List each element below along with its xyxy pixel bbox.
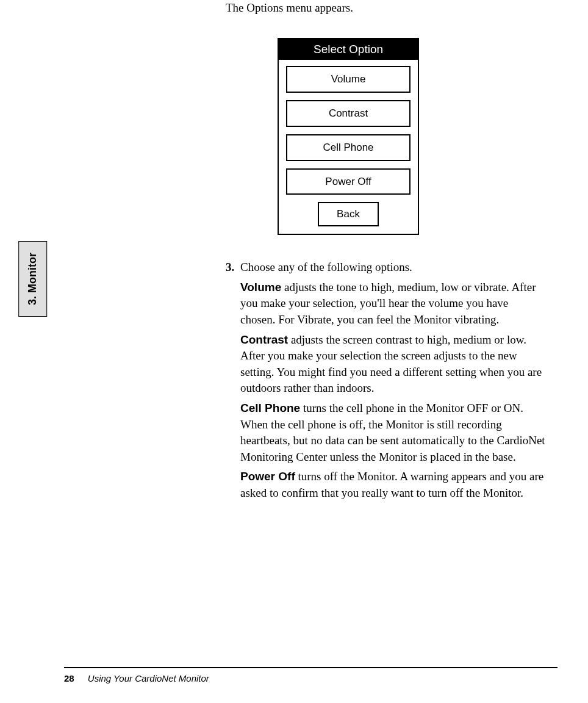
term-power-off: Power Off — [240, 470, 295, 483]
page-footer: 28 Using Your CardioNet Monitor — [64, 667, 558, 685]
desc-volume: adjusts the tone to high, medium, low or… — [240, 281, 536, 326]
step-lead-text: Choose any of the following options. — [240, 259, 545, 276]
options-menu-screenshot: Select Option Volume Contrast Cell Phone… — [278, 38, 419, 236]
step-3: 3. Choose any of the following options. — [226, 259, 545, 276]
screen-title-bar: Select Option — [279, 39, 418, 60]
page-number: 28 — [64, 673, 74, 683]
option-cell-phone-button[interactable]: Cell Phone — [286, 134, 411, 161]
option-contrast-button[interactable]: Contrast — [286, 100, 411, 127]
chapter-tab: 3. Monitor — [18, 241, 47, 317]
term-cell-phone: Cell Phone — [240, 402, 300, 414]
option-power-off-button[interactable]: Power Off — [286, 168, 411, 195]
paragraph-contrast: Contrast adjusts the screen contrast to … — [240, 332, 545, 397]
term-contrast: Contrast — [240, 333, 288, 346]
paragraph-power-off: Power Off turns off the Monitor. A warni… — [240, 469, 545, 501]
main-content: The Options menu appears. Select Option … — [226, 0, 545, 501]
step-number: 3. — [226, 259, 237, 276]
back-button[interactable]: Back — [318, 202, 379, 226]
footer-title: Using Your CardioNet Monitor — [88, 673, 209, 683]
intro-text: The Options menu appears. — [226, 0, 545, 16]
option-volume-button[interactable]: Volume — [286, 66, 411, 93]
paragraph-cell-phone: Cell Phone turns the cell phone in the M… — [240, 400, 545, 465]
paragraph-volume: Volume adjusts the tone to high, medium,… — [240, 279, 545, 328]
term-volume: Volume — [240, 281, 281, 294]
screen-body: Volume Contrast Cell Phone Power Off Bac… — [279, 60, 418, 234]
